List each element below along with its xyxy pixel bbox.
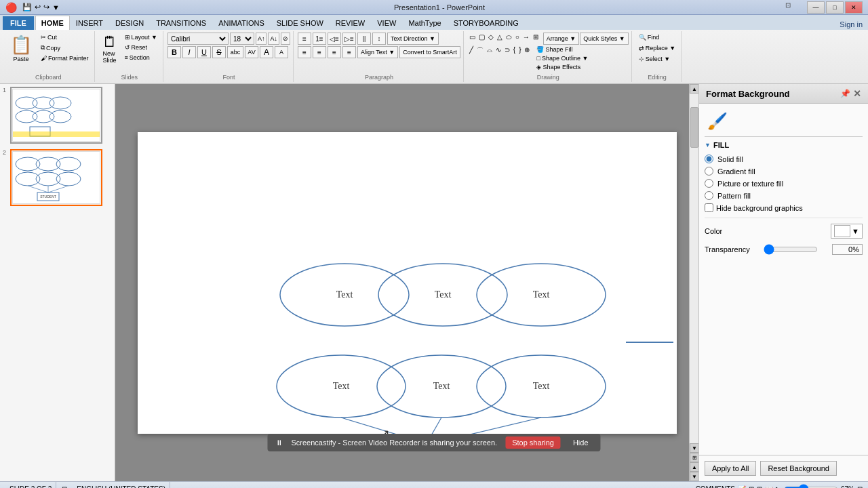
font-size-select[interactable]: 18 (230, 33, 254, 45)
zoom-slider[interactable] (784, 484, 838, 489)
restore-icon[interactable]: ⊡ (783, 0, 793, 10)
section-button[interactable]: ≡ Section (122, 53, 160, 62)
shape-fill-button[interactable]: 🪣 Shape Fill (534, 45, 590, 54)
tab-storyboarding[interactable]: STORYBOARDING (448, 16, 525, 30)
tab-home[interactable]: HOME (35, 16, 70, 30)
align-center-button[interactable]: ≡ (313, 46, 326, 58)
align-text-button[interactable]: Align Text ▼ (357, 46, 398, 58)
close-panel-button[interactable]: ✕ (853, 88, 861, 99)
tab-mathtype[interactable]: MathType (402, 16, 447, 30)
view-normal-icon[interactable]: ⊞ (749, 485, 754, 488)
slide-prev-button[interactable]: ▲ (690, 462, 698, 472)
canvas-scrollbar[interactable]: ▲ ▼ ⊞ ▲ ▼ (689, 84, 698, 481)
shape-line-icon[interactable]: ╱ (468, 45, 475, 71)
char-spacing-button[interactable]: AV (245, 46, 258, 58)
select-button[interactable]: ⊹ Select ▼ (636, 54, 673, 64)
stop-sharing-button[interactable]: Stop sharing (505, 436, 561, 449)
shape-more-icon[interactable]: ⊞ (532, 33, 540, 45)
solid-fill-radio[interactable] (705, 155, 713, 163)
font-size-decrease-button[interactable]: A↓ (268, 33, 279, 45)
scroll-down-button[interactable]: ▼ (690, 443, 698, 453)
shadow-button[interactable]: abc (227, 46, 243, 58)
slide-canvas[interactable]: Text Text Text Text Text Text STUDENT (138, 132, 677, 434)
quick-access-save-icon[interactable]: 💾 (22, 3, 32, 12)
color-picker-button[interactable]: ▼ (831, 224, 863, 239)
shape-bracket-icon[interactable]: { (512, 45, 517, 71)
shape-misc-icon[interactable]: ⊕ (523, 45, 531, 71)
gradient-fill-label[interactable]: Gradient fill (717, 167, 755, 176)
clear-formatting-button[interactable]: ⊘ (281, 33, 290, 45)
shape-rect-icon[interactable]: ▭ (468, 33, 477, 45)
bold-button[interactable]: B (167, 46, 181, 58)
font-color-button[interactable]: A (260, 46, 273, 58)
shape-connector-icon[interactable]: ⊃ (503, 45, 511, 71)
copy-button[interactable]: ⧉ Copy (38, 43, 92, 53)
slide-fit-button[interactable]: ⊞ (690, 453, 698, 462)
window-controls[interactable]: ⊡ — □ ✕ (807, 1, 863, 14)
quick-access-undo-icon[interactable]: ↩ (35, 3, 41, 12)
solid-fill-label[interactable]: Solid fill (717, 155, 743, 163)
text-highlight-button[interactable]: A (275, 46, 288, 58)
shape-brace-icon[interactable]: } (517, 45, 522, 71)
shape-rounded-rect-icon[interactable]: ▢ (477, 33, 486, 45)
format-painter-button[interactable]: 🖌 Format Painter (38, 54, 92, 63)
underline-button[interactable]: U (197, 46, 211, 58)
layout-button[interactable]: ⊞ Layout ▼ (122, 33, 160, 42)
shape-curve-icon[interactable]: ⌒ (475, 45, 485, 71)
tab-review[interactable]: REVIEW (330, 16, 371, 30)
tab-transitions[interactable]: TRANSITIONS (150, 16, 212, 30)
shape-cylinder-icon[interactable]: ⬭ (505, 33, 513, 45)
reset-button[interactable]: ↺ Reset (122, 43, 160, 52)
tab-insert[interactable]: INSERT (70, 16, 109, 30)
font-name-select[interactable]: Calibri (167, 33, 229, 45)
pin-panel-icon[interactable]: 📌 (840, 89, 850, 98)
shape-arrow-right-icon[interactable]: → (521, 33, 531, 45)
shape-diamond-icon[interactable]: ◇ (487, 33, 495, 45)
signin-link[interactable]: Sign in (834, 19, 868, 30)
font-size-increase-button[interactable]: A↑ (256, 33, 267, 45)
cut-button[interactable]: ✂ Cut (38, 33, 92, 42)
fill-section-header[interactable]: FILL (705, 141, 863, 149)
numbering-button[interactable]: 1≡ (313, 33, 326, 45)
hide-background-label[interactable]: Hide background graphics (716, 204, 803, 212)
quick-styles-button[interactable]: Quick Styles ▼ (580, 33, 628, 45)
justify-button[interactable]: ≡ (342, 46, 356, 58)
convert-smartart-button[interactable]: Convert to SmartArt (399, 46, 460, 58)
picture-fill-radio[interactable] (705, 179, 713, 188)
italic-button[interactable]: I (182, 46, 196, 58)
slide-1-thumbnail[interactable] (10, 87, 102, 144)
zoom-fit-icon[interactable]: ⊡ (857, 485, 863, 488)
tab-design[interactable]: DESIGN (109, 16, 150, 30)
shape-arc-icon[interactable]: ⌓ (486, 45, 494, 71)
find-button[interactable]: 🔍 Find (636, 33, 663, 42)
bullets-button[interactable]: ≡ (298, 33, 311, 45)
minimize-button[interactable]: — (807, 1, 825, 14)
align-right-button[interactable]: ≡ (328, 46, 341, 58)
align-left-button[interactable]: ≡ (298, 46, 311, 58)
tab-slideshow[interactable]: SLIDE SHOW (271, 16, 330, 30)
shape-ellipse-icon[interactable]: ○ (514, 33, 521, 45)
view-slideshow-icon[interactable]: ▶ (776, 485, 781, 488)
shape-outline-button[interactable]: □ Shape Outline ▼ (534, 54, 590, 62)
col-button[interactable]: || (357, 33, 371, 45)
decrease-indent-button[interactable]: ◁≡ (328, 33, 341, 45)
shape-effects-button[interactable]: ◈ Shape Effects (534, 63, 590, 71)
quick-access-customize-icon[interactable]: ▼ (52, 3, 60, 12)
hide-notification-button[interactable]: Hide (569, 436, 593, 449)
shape-triangle-icon[interactable]: △ (496, 33, 504, 45)
increase-indent-button[interactable]: ▷≡ (342, 33, 356, 45)
replace-button[interactable]: ⇄ Replace ▼ (636, 43, 678, 53)
transparency-slider[interactable] (764, 244, 818, 255)
maximize-button[interactable]: □ (826, 1, 844, 14)
hide-background-checkbox[interactable] (705, 203, 713, 212)
comments-button[interactable]: COMMENTS (696, 485, 735, 488)
tab-file[interactable]: FILE (3, 16, 34, 30)
slide-next-button[interactable]: ▼ (690, 472, 698, 481)
reset-background-button[interactable]: Reset Background (760, 461, 837, 476)
notes-icon[interactable]: 📝 (738, 485, 746, 488)
pattern-fill-label[interactable]: Pattern fill (717, 192, 751, 200)
paste-button[interactable]: 📋 Paste (5, 33, 37, 64)
line-spacing-button[interactable]: ↕ (372, 33, 386, 45)
pattern-fill-radio[interactable] (705, 191, 713, 200)
tab-animations[interactable]: ANIMATIONS (212, 16, 271, 30)
